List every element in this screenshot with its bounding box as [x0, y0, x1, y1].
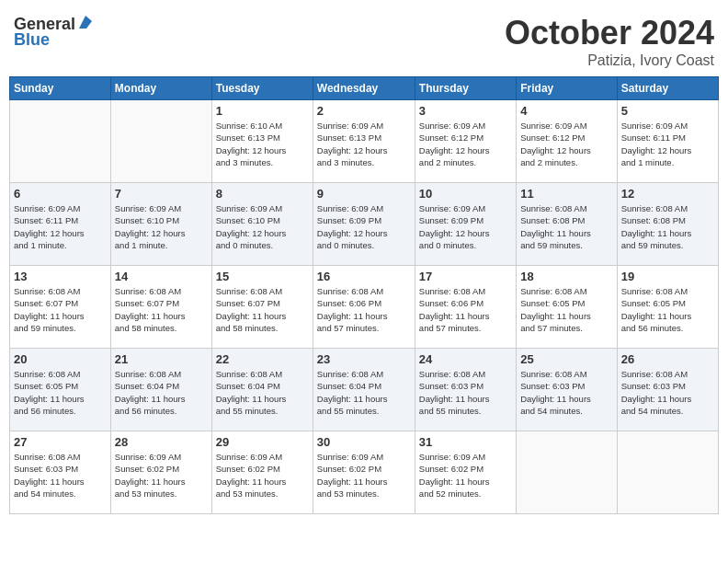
calendar-cell: 24Sunrise: 6:08 AM Sunset: 6:03 PM Dayli… — [415, 349, 516, 431]
column-header-monday: Monday — [110, 77, 211, 100]
day-number: 15 — [216, 270, 309, 283]
calendar-cell: 18Sunrise: 6:08 AM Sunset: 6:05 PM Dayli… — [517, 266, 617, 349]
day-number: 26 — [621, 352, 714, 366]
column-header-thursday: Thursday — [415, 77, 516, 100]
calendar-cell: 28Sunrise: 6:09 AM Sunset: 6:02 PM Dayli… — [110, 431, 211, 514]
day-info: Sunrise: 6:08 AM Sunset: 6:05 PM Dayligh… — [520, 285, 612, 334]
calendar-cell — [617, 431, 718, 514]
day-info: Sunrise: 6:08 AM Sunset: 6:07 PM Dayligh… — [14, 285, 107, 334]
day-info: Sunrise: 6:08 AM Sunset: 6:07 PM Dayligh… — [115, 285, 208, 334]
column-header-friday: Friday — [517, 77, 617, 100]
day-info: Sunrise: 6:09 AM Sunset: 6:02 PM Dayligh… — [216, 451, 309, 500]
day-number: 14 — [115, 270, 208, 283]
calendar-week-row: 27Sunrise: 6:08 AM Sunset: 6:03 PM Dayli… — [10, 431, 719, 514]
calendar-cell: 15Sunrise: 6:08 AM Sunset: 6:07 PM Dayli… — [211, 266, 313, 349]
day-number: 17 — [419, 270, 512, 283]
day-info: Sunrise: 6:09 AM Sunset: 6:02 PM Dayligh… — [115, 451, 208, 500]
day-number: 22 — [216, 352, 309, 366]
calendar-week-row: 20Sunrise: 6:08 AM Sunset: 6:05 PM Dayli… — [10, 349, 719, 431]
calendar-cell: 19Sunrise: 6:08 AM Sunset: 6:05 PM Dayli… — [617, 266, 718, 349]
day-info: Sunrise: 6:10 AM Sunset: 6:13 PM Dayligh… — [216, 120, 309, 168]
day-number: 11 — [520, 187, 612, 201]
calendar-cell: 9Sunrise: 6:09 AM Sunset: 6:09 PM Daylig… — [313, 183, 415, 266]
location-title: Patizia, Ivory Coast — [505, 52, 714, 69]
column-header-saturday: Saturday — [617, 77, 718, 100]
day-number: 28 — [115, 435, 208, 449]
calendar-cell: 12Sunrise: 6:08 AM Sunset: 6:08 PM Dayli… — [617, 183, 718, 266]
day-info: Sunrise: 6:08 AM Sunset: 6:03 PM Dayligh… — [14, 451, 107, 500]
day-info: Sunrise: 6:09 AM Sunset: 6:10 PM Dayligh… — [216, 202, 309, 251]
title-area: October 2024 Patizia, Ivory Coast — [505, 14, 714, 69]
day-info: Sunrise: 6:09 AM Sunset: 6:12 PM Dayligh… — [520, 120, 612, 168]
day-number: 4 — [520, 104, 612, 118]
day-info: Sunrise: 6:08 AM Sunset: 6:06 PM Dayligh… — [317, 285, 411, 334]
day-number: 29 — [216, 435, 309, 449]
day-number: 25 — [520, 352, 612, 366]
day-info: Sunrise: 6:08 AM Sunset: 6:05 PM Dayligh… — [621, 285, 714, 334]
calendar-cell: 31Sunrise: 6:09 AM Sunset: 6:02 PM Dayli… — [415, 431, 516, 514]
day-info: Sunrise: 6:08 AM Sunset: 6:04 PM Dayligh… — [317, 368, 411, 417]
day-info: Sunrise: 6:08 AM Sunset: 6:03 PM Dayligh… — [419, 368, 512, 417]
day-number: 7 — [115, 187, 208, 201]
calendar-cell: 5Sunrise: 6:09 AM Sunset: 6:11 PM Daylig… — [617, 100, 718, 183]
day-info: Sunrise: 6:08 AM Sunset: 6:08 PM Dayligh… — [520, 202, 612, 251]
calendar-cell: 20Sunrise: 6:08 AM Sunset: 6:05 PM Dayli… — [10, 349, 111, 431]
day-number: 18 — [520, 270, 612, 283]
day-number: 21 — [115, 352, 208, 366]
day-info: Sunrise: 6:09 AM Sunset: 6:11 PM Dayligh… — [621, 120, 714, 168]
calendar-cell: 8Sunrise: 6:09 AM Sunset: 6:10 PM Daylig… — [211, 183, 313, 266]
calendar-cell: 2Sunrise: 6:09 AM Sunset: 6:13 PM Daylig… — [313, 100, 415, 183]
calendar-cell: 6Sunrise: 6:09 AM Sunset: 6:11 PM Daylig… — [10, 183, 111, 266]
day-number: 19 — [621, 270, 714, 283]
day-number: 10 — [419, 187, 512, 201]
day-info: Sunrise: 6:09 AM Sunset: 6:10 PM Dayligh… — [115, 202, 208, 251]
calendar-cell: 4Sunrise: 6:09 AM Sunset: 6:12 PM Daylig… — [517, 100, 617, 183]
calendar-cell: 25Sunrise: 6:08 AM Sunset: 6:03 PM Dayli… — [517, 349, 617, 431]
calendar-header-row: SundayMondayTuesdayWednesdayThursdayFrid… — [10, 77, 719, 100]
calendar-cell: 27Sunrise: 6:08 AM Sunset: 6:03 PM Dayli… — [10, 431, 111, 514]
calendar-week-row: 1Sunrise: 6:10 AM Sunset: 6:13 PM Daylig… — [10, 100, 719, 183]
day-number: 2 — [317, 104, 411, 118]
day-number: 23 — [317, 352, 411, 366]
day-number: 24 — [419, 352, 512, 366]
day-info: Sunrise: 6:08 AM Sunset: 6:04 PM Dayligh… — [115, 368, 208, 417]
svg-marker-0 — [79, 16, 92, 29]
day-number: 12 — [621, 187, 714, 201]
calendar-table: SundayMondayTuesdayWednesdayThursdayFrid… — [9, 76, 719, 514]
logo-blue-text: Blue — [14, 30, 50, 50]
calendar-cell: 23Sunrise: 6:08 AM Sunset: 6:04 PM Dayli… — [313, 349, 415, 431]
day-number: 31 — [419, 435, 512, 449]
calendar-cell: 14Sunrise: 6:08 AM Sunset: 6:07 PM Dayli… — [110, 266, 211, 349]
calendar-cell: 21Sunrise: 6:08 AM Sunset: 6:04 PM Dayli… — [110, 349, 211, 431]
day-info: Sunrise: 6:08 AM Sunset: 6:06 PM Dayligh… — [419, 285, 512, 334]
day-number: 3 — [419, 104, 512, 118]
day-number: 30 — [317, 435, 411, 449]
calendar-cell: 16Sunrise: 6:08 AM Sunset: 6:06 PM Dayli… — [313, 266, 415, 349]
day-info: Sunrise: 6:08 AM Sunset: 6:08 PM Dayligh… — [621, 202, 714, 251]
column-header-tuesday: Tuesday — [211, 77, 313, 100]
calendar-cell: 29Sunrise: 6:09 AM Sunset: 6:02 PM Dayli… — [211, 431, 313, 514]
day-number: 9 — [317, 187, 411, 201]
calendar-cell: 17Sunrise: 6:08 AM Sunset: 6:06 PM Dayli… — [415, 266, 516, 349]
page-header: General Blue October 2024 Patizia, Ivory… — [9, 9, 719, 69]
month-title: October 2024 — [505, 14, 714, 52]
day-info: Sunrise: 6:08 AM Sunset: 6:03 PM Dayligh… — [621, 368, 714, 417]
calendar-cell — [110, 100, 211, 183]
day-number: 6 — [14, 187, 107, 201]
calendar-week-row: 13Sunrise: 6:08 AM Sunset: 6:07 PM Dayli… — [10, 266, 719, 349]
day-info: Sunrise: 6:09 AM Sunset: 6:02 PM Dayligh… — [317, 451, 411, 500]
day-info: Sunrise: 6:09 AM Sunset: 6:11 PM Dayligh… — [14, 202, 107, 251]
calendar-cell: 22Sunrise: 6:08 AM Sunset: 6:04 PM Dayli… — [211, 349, 313, 431]
logo-icon — [77, 14, 94, 34]
day-number: 20 — [14, 352, 107, 366]
day-info: Sunrise: 6:08 AM Sunset: 6:05 PM Dayligh… — [14, 368, 107, 417]
calendar-cell: 1Sunrise: 6:10 AM Sunset: 6:13 PM Daylig… — [211, 100, 313, 183]
calendar-cell: 13Sunrise: 6:08 AM Sunset: 6:07 PM Dayli… — [10, 266, 111, 349]
calendar-cell: 10Sunrise: 6:09 AM Sunset: 6:09 PM Dayli… — [415, 183, 516, 266]
day-number: 8 — [216, 187, 309, 201]
calendar-cell: 26Sunrise: 6:08 AM Sunset: 6:03 PM Dayli… — [617, 349, 718, 431]
day-info: Sunrise: 6:09 AM Sunset: 6:13 PM Dayligh… — [317, 120, 411, 168]
calendar-week-row: 6Sunrise: 6:09 AM Sunset: 6:11 PM Daylig… — [10, 183, 719, 266]
day-number: 5 — [621, 104, 714, 118]
day-info: Sunrise: 6:09 AM Sunset: 6:09 PM Dayligh… — [317, 202, 411, 251]
